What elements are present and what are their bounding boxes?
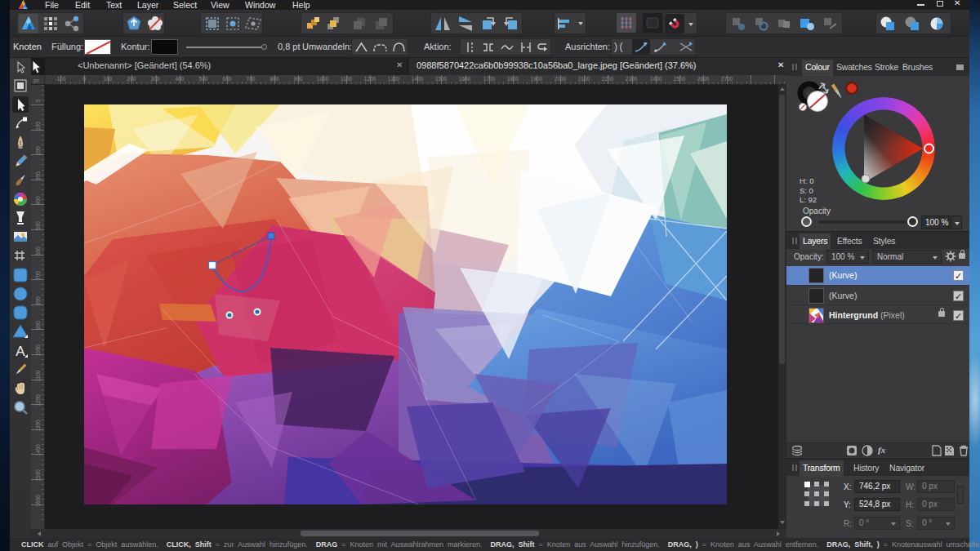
svg-text:A: A <box>16 344 25 359</box>
